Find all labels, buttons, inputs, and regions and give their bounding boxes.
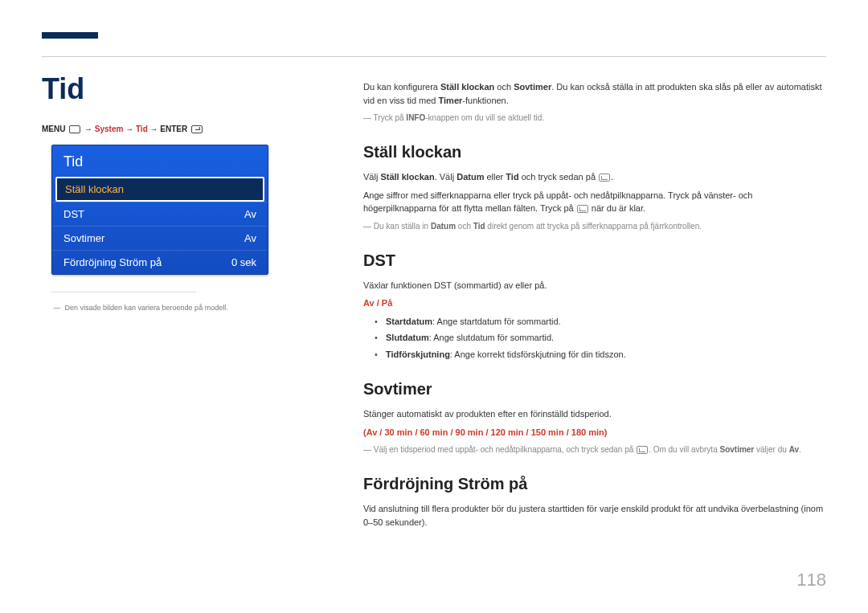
menu-item-label: Fördröjning Ström på [63, 256, 162, 268]
menu-item-fordrojning[interactable]: Fördröjning Ström på 0 sek [52, 250, 268, 274]
main-content: Du kan konfigurera Ställ klockan och Sov… [363, 80, 826, 533]
s1-note: ― Du kan ställa in Datum och Tid direkt … [363, 220, 826, 232]
s3-note: ― Välj en tidsperiod med uppåt- och nedå… [363, 443, 826, 456]
header-divider [42, 56, 826, 57]
intro-paragraph: Du kan konfigurera Ställ klockan och Sov… [363, 80, 826, 107]
menu-icon [69, 125, 80, 133]
menu-item-value: Av [244, 232, 256, 244]
settings-panel: Tid Ställ klockan DST Av Sovtimer Av För… [51, 145, 268, 275]
page-title: Tid [42, 72, 84, 106]
menu-item-value: 0 sek [231, 256, 256, 268]
menu-item-dst[interactable]: DST Av [52, 202, 268, 226]
section-heading-dst: DST [363, 248, 826, 272]
enter-icon [599, 174, 610, 182]
s2-options: Av / På [363, 296, 826, 310]
panel-note-divider [51, 292, 196, 292]
enter-icon [637, 446, 648, 454]
header-accent-bar [42, 32, 98, 39]
s2-p1: Växlar funktionen DST (sommartid) av ell… [363, 279, 826, 292]
s3-p1: Stänger automatiskt av produkten efter e… [363, 407, 826, 421]
menu-item-stall-klockan[interactable]: Ställ klockan [55, 177, 264, 202]
section-heading-stall-klockan: Ställ klockan [363, 140, 826, 164]
menu-item-value: Av [244, 208, 256, 220]
enter-icon [577, 205, 588, 213]
s2-list: Startdatum: Ange startdatum för sommarti… [375, 315, 826, 362]
menu-item-sovtimer[interactable]: Sovtimer Av [52, 226, 268, 250]
breadcrumb-system: System [95, 125, 124, 133]
enter-icon [191, 125, 203, 133]
menu-item-label: Sovtimer [63, 232, 104, 244]
panel-title: Tid [52, 145, 268, 177]
s3-options: (Av / 30 min / 60 min / 90 min / 120 min… [363, 426, 826, 439]
s4-p1: Vid anslutning till flera produkter bör … [363, 502, 826, 529]
list-item: Startdatum: Ange startdatum för sommarti… [375, 315, 826, 329]
breadcrumb-menu: MENU [42, 125, 65, 133]
breadcrumb-tid: Tid [136, 125, 148, 133]
s1-p1: Välj Ställ klockan. Välj Datum eller Tid… [363, 170, 826, 184]
menu-item-label: Ställ klockan [65, 183, 124, 195]
intro-note: ― Tryck på INFO-knappen om du vill se ak… [363, 112, 826, 124]
panel-note: ― Den visade bilden kan variera beroende… [51, 304, 276, 312]
section-heading-sovtimer: Sovtimer [363, 377, 826, 401]
section-heading-fordrojning: Fördröjning Ström på [363, 472, 826, 496]
s1-p2: Ange siffror med sifferknapparna eller t… [363, 189, 826, 215]
menu-item-label: DST [63, 208, 84, 220]
breadcrumb: MENU → System → Tid → ENTER [42, 125, 204, 133]
list-item: Slutdatum: Ange slutdatum för sommartid. [375, 331, 826, 345]
page-number: 118 [796, 570, 826, 591]
breadcrumb-enter: ENTER [160, 125, 187, 133]
list-item: Tidförskjutning: Ange korrekt tidsförskj… [375, 348, 826, 362]
